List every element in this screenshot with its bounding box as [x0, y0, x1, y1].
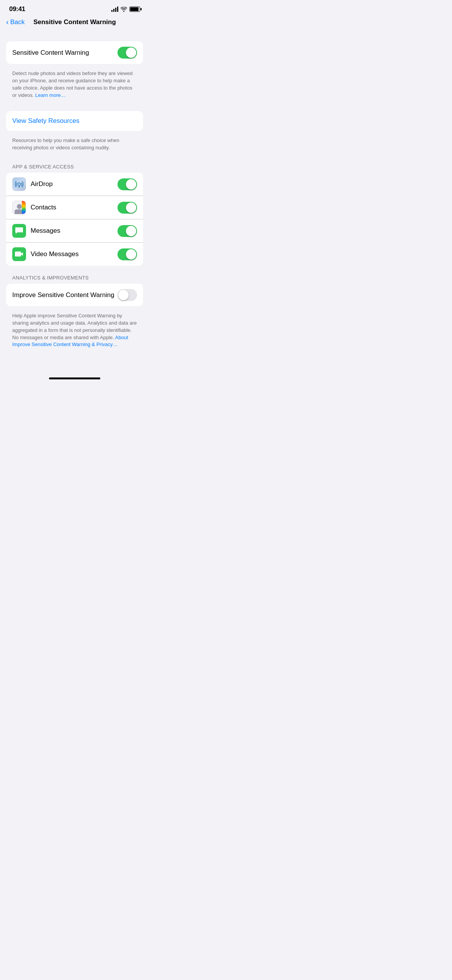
back-label: Back — [10, 18, 25, 26]
airdrop-app-icon — [12, 177, 26, 191]
contacts-label: Contacts — [31, 204, 56, 211]
safety-resources-card: View Safety Resources — [6, 111, 143, 131]
main-toggle-card: Sensitive Content Warning — [6, 41, 143, 64]
home-indicator — [0, 370, 149, 382]
improve-card: Improve Sensitive Content Warning — [6, 284, 143, 306]
status-icons — [111, 7, 140, 12]
nav-bar: ‹ Back Sensitive Content Warning — [0, 15, 149, 31]
page-title: Sensitive Content Warning — [33, 18, 116, 26]
airdrop-label: AirDrop — [31, 180, 53, 188]
sensitive-content-description: Detect nude photos and videos before the… — [6, 67, 143, 100]
airdrop-row: AirDrop — [6, 173, 143, 196]
contacts-app-icon — [12, 201, 26, 214]
analytics-description: Help Apple improve Sensitive Content War… — [6, 309, 143, 354]
status-time: 09:41 — [9, 5, 25, 13]
airdrop-icon — [15, 180, 23, 188]
video-messages-toggle[interactable] — [117, 248, 137, 260]
sensitive-content-warning-row: Sensitive Content Warning — [6, 41, 143, 64]
improve-label: Improve Sensitive Content Warning — [12, 291, 114, 299]
safety-resources-description: Resources to help you make a safe choice… — [6, 134, 143, 153]
main-content: Sensitive Content Warning Detect nude ph… — [0, 31, 149, 354]
messages-toggle[interactable] — [117, 225, 137, 237]
wifi-icon — [121, 7, 127, 12]
video-messages-label: Video Messages — [31, 250, 78, 258]
toggle-thumb — [126, 47, 136, 58]
analytics-section-header: ANALYTICS & IMPROVEMENTS — [6, 275, 143, 284]
home-bar — [49, 377, 100, 379]
svg-rect-3 — [15, 252, 21, 256]
video-messages-app-icon — [12, 247, 26, 261]
contacts-row: Contacts — [6, 196, 143, 219]
chevron-left-icon: ‹ — [6, 18, 9, 26]
sensitive-content-warning-label: Sensitive Content Warning — [12, 49, 89, 57]
view-safety-resources-label: View Safety Resources — [12, 117, 79, 124]
view-safety-resources-row[interactable]: View Safety Resources — [6, 111, 143, 131]
back-button[interactable]: ‹ Back — [6, 18, 24, 26]
improve-toggle[interactable] — [117, 289, 137, 301]
messages-label: Messages — [31, 227, 60, 235]
app-service-card: AirDrop Contacts — [6, 173, 143, 266]
messages-app-icon — [12, 224, 26, 238]
messages-row: Messages — [6, 219, 143, 243]
sensitive-content-warning-toggle[interactable] — [117, 47, 137, 59]
improve-sensitive-warning-row: Improve Sensitive Content Warning — [6, 284, 143, 306]
svg-marker-2 — [18, 187, 20, 188]
svg-point-0 — [18, 183, 21, 186]
analytics-section: ANALYTICS & IMPROVEMENTS Improve Sensiti… — [6, 275, 143, 354]
video-messages-icon — [15, 251, 24, 258]
signal-icon — [111, 7, 118, 12]
video-messages-row: Video Messages — [6, 243, 143, 266]
airdrop-toggle[interactable] — [117, 178, 137, 190]
status-bar: 09:41 — [0, 0, 149, 15]
contacts-toggle[interactable] — [117, 202, 137, 214]
battery-icon — [129, 7, 140, 12]
app-service-section-header: APP & SERVICE ACCESS — [6, 164, 143, 173]
learn-more-link[interactable]: Learn more… — [35, 92, 65, 98]
messages-icon — [15, 227, 23, 235]
